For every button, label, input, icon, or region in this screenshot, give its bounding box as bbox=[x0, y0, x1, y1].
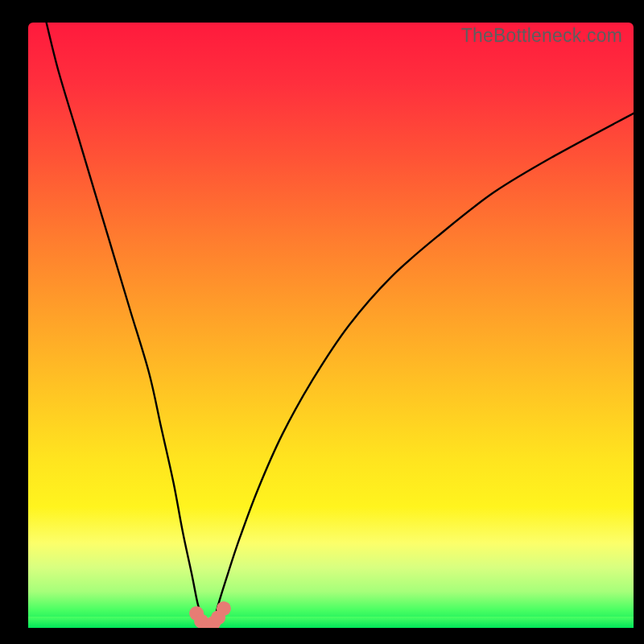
marker-dot bbox=[217, 601, 231, 616]
chart-svg bbox=[28, 23, 634, 628]
bottom-markers bbox=[189, 601, 231, 628]
plot-area: TheBottleneck.com bbox=[28, 23, 634, 628]
bottleneck-curve bbox=[47, 23, 634, 626]
outer-frame: TheBottleneck.com bbox=[0, 0, 644, 644]
